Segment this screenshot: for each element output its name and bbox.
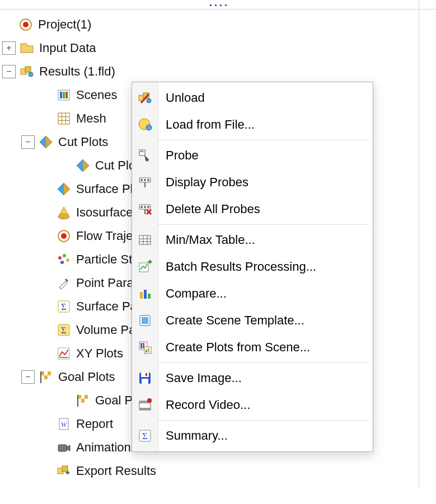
menu-item-label: Delete All Probes	[158, 202, 260, 216]
mesh-icon	[56, 111, 72, 126]
tree-label: Input Data	[39, 41, 96, 55]
flow-trajectories-icon	[56, 228, 72, 244]
expand-toggle[interactable]: +	[2, 41, 16, 55]
particle-study-icon	[56, 252, 72, 267]
goal-plots-icon	[38, 369, 54, 385]
tree-node-export-results[interactable]: Export Results	[2, 459, 436, 483]
menu-item-min-max-table[interactable]: Min/Max Table...	[132, 227, 373, 253]
tree-node-results[interactable]: − Results (1.fld)	[2, 60, 436, 83]
collapse-toggle[interactable]: −	[21, 370, 35, 384]
menu-item-create-plots-from-scene[interactable]: Create Plots from Scene...	[132, 334, 373, 361]
animations-icon	[56, 440, 72, 455]
menu-item-label: Save Image...	[158, 371, 242, 385]
menu-item-save-image[interactable]: Save Image...	[132, 365, 373, 392]
delete-probes-icon	[132, 202, 158, 216]
collapse-toggle[interactable]: −	[2, 65, 16, 78]
goal-plot-icon	[75, 393, 91, 408]
menu-item-record-video[interactable]: Record Video...	[132, 392, 373, 418]
results-context-menu: Unload Load from File... Probe Display P…	[132, 82, 373, 452]
menu-item-probe[interactable]: Probe	[132, 142, 373, 169]
menu-item-label: Load from File...	[158, 117, 255, 132]
plots-from-scene-icon	[132, 340, 158, 355]
minmax-table-icon	[132, 233, 158, 247]
menu-item-compare[interactable]: Compare...	[132, 280, 373, 307]
surface-parameters-icon	[56, 299, 72, 314]
surface-plots-icon	[56, 181, 72, 197]
menu-separator	[158, 140, 369, 140]
target-icon	[18, 17, 34, 32]
tree-label: Mesh	[76, 111, 106, 126]
record-video-icon	[132, 398, 158, 412]
menu-item-label: Probe	[158, 148, 199, 163]
menu-item-summary[interactable]: Summary...	[132, 422, 373, 449]
summary-icon	[132, 428, 158, 443]
tree-label: Scenes	[76, 88, 117, 102]
tree-label: Animations	[76, 440, 137, 455]
menu-item-batch-results-processing[interactable]: Batch Results Processing...	[132, 253, 373, 280]
tree-label: Results (1.fld)	[39, 64, 115, 79]
cut-plot-icon	[75, 158, 91, 173]
scenes-icon	[56, 87, 72, 103]
menu-item-label: Record Video...	[158, 398, 250, 412]
menu-item-label: Display Probes	[158, 175, 249, 190]
tree-label: Project(1)	[38, 17, 91, 32]
tree-label: Export Results	[76, 464, 156, 478]
isosurfaces-icon	[56, 205, 72, 220]
menu-item-label: Summary...	[158, 428, 228, 443]
unload-icon	[132, 91, 158, 105]
menu-item-label: Compare...	[158, 286, 227, 301]
tree-label: Report	[76, 417, 113, 431]
point-parameters-icon	[56, 275, 72, 291]
menu-item-load-from-file[interactable]: Load from File...	[132, 111, 373, 138]
save-image-icon	[132, 371, 158, 385]
menu-item-display-probes[interactable]: Display Probes	[132, 169, 373, 196]
menu-separator	[158, 420, 369, 421]
display-probes-icon	[132, 175, 158, 190]
compare-icon	[132, 286, 158, 301]
report-icon	[56, 416, 72, 432]
menu-item-label: Create Plots from Scene...	[158, 340, 310, 355]
menu-item-delete-all-probes[interactable]: Delete All Probes	[132, 196, 373, 223]
menu-item-create-scene-template[interactable]: Create Scene Template...	[132, 307, 373, 334]
menu-item-label: Batch Results Processing...	[158, 260, 316, 274]
tree-node-input-data[interactable]: + Input Data	[2, 36, 436, 60]
tree-label: XY Plots	[76, 346, 123, 361]
load-file-icon	[132, 117, 158, 132]
batch-results-icon	[132, 260, 158, 274]
panel-divider[interactable]	[0, 0, 436, 10]
tree-label: Isosurfaces	[76, 205, 139, 220]
menu-item-label: Create Scene Template...	[158, 313, 304, 328]
tree-label: Cut Plots	[58, 135, 108, 149]
collapse-toggle[interactable]: −	[21, 135, 35, 149]
export-results-icon	[56, 463, 72, 479]
menu-separator	[158, 362, 369, 363]
probe-icon	[132, 148, 158, 163]
xy-plots-icon	[56, 346, 72, 361]
tree-node-project[interactable]: Project(1)	[2, 13, 436, 36]
menu-item-label: Min/Max Table...	[158, 233, 255, 247]
scene-template-icon	[132, 313, 158, 328]
menu-separator	[158, 224, 369, 225]
menu-item-label: Unload	[158, 91, 205, 105]
cut-plots-icon	[38, 134, 54, 150]
volume-parameters-icon	[56, 322, 72, 338]
divider-grip-icon	[210, 4, 227, 6]
menu-item-unload[interactable]: Unload	[132, 84, 373, 111]
results-icon	[19, 64, 35, 79]
tree-label: Goal Plots	[58, 370, 115, 384]
folder-icon	[19, 40, 35, 56]
